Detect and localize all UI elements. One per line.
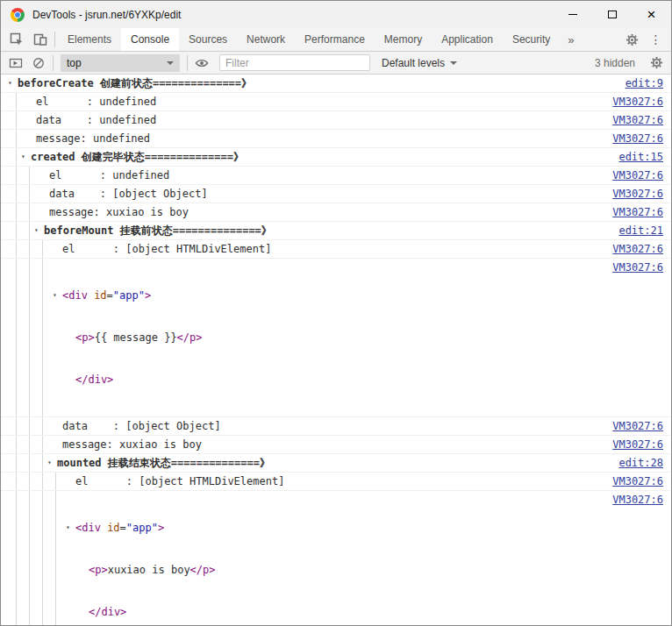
dom-tag: </div> <box>75 373 113 387</box>
tab-memory[interactable]: Memory <box>375 28 432 51</box>
disclosure-triangle-icon[interactable]: ▾ <box>53 288 62 302</box>
title-bar: DevTools - jsrun.net/6YXKp/edit × <box>1 1 671 28</box>
source-link[interactable]: edit:15 <box>608 150 671 164</box>
execution-context-selector[interactable]: top <box>61 54 180 72</box>
indent-guide <box>29 240 30 258</box>
minimize-button[interactable] <box>553 1 592 28</box>
source-link[interactable]: VM3027:6 <box>602 205 671 219</box>
source-link[interactable]: VM3027:6 <box>602 493 671 507</box>
indent-guide <box>42 259 43 416</box>
source-link[interactable]: edit:21 <box>608 224 671 238</box>
console-log-row: el : undefined VM3027:6 <box>1 93 671 111</box>
disclosure-triangle-icon[interactable]: ▾ <box>34 224 44 238</box>
indent-guide <box>42 473 43 490</box>
device-toolbar-button[interactable] <box>28 28 52 51</box>
source-link[interactable]: VM3027:6 <box>602 437 671 452</box>
source-link[interactable]: VM3027:6 <box>602 419 671 433</box>
group-title: mounted 挂载结束状态==============》 <box>57 456 270 470</box>
indent-guide <box>42 454 43 472</box>
maximize-button[interactable] <box>592 1 632 28</box>
log-levels-dropdown[interactable]: Default levels <box>376 57 462 69</box>
dom-tag[interactable]: <div <box>75 522 107 534</box>
dom-tag[interactable]: <p> <box>75 331 95 344</box>
indent-guide <box>29 436 30 453</box>
indent-guide <box>16 491 17 626</box>
chrome-logo-icon <box>11 8 25 22</box>
dom-tag[interactable]: <div <box>62 289 94 302</box>
source-link[interactable]: edit:9 <box>615 76 671 90</box>
tab-console[interactable]: Console <box>121 28 179 51</box>
console-sidebar-toggle-button[interactable] <box>4 52 27 74</box>
dom-tag[interactable]: <p> <box>89 564 108 576</box>
console-log-row: data : [object Object] VM3027:6 <box>1 185 671 203</box>
indent-guide <box>29 203 30 221</box>
console-group-row[interactable]: ▾ mounted 挂载结束状态==============》 edit:28 <box>1 454 671 473</box>
disclosure-triangle-icon[interactable]: ▾ <box>21 150 31 164</box>
tab-bar-right: ⋮ <box>620 28 671 51</box>
tab-security[interactable]: Security <box>503 28 560 51</box>
tab-application[interactable]: Application <box>432 28 503 51</box>
indent-guide <box>16 454 17 472</box>
clear-console-button[interactable] <box>27 52 50 74</box>
panel-tab-bar: Elements Console Sources Network Perform… <box>1 28 671 52</box>
devtools-settings-button[interactable] <box>620 33 644 46</box>
dom-equals: = <box>107 289 113 302</box>
tab-label: Application <box>441 33 493 46</box>
group-title: created 创建完毕状态==============》 <box>31 150 244 164</box>
tab-performance[interactable]: Performance <box>295 28 375 51</box>
console-log-row: el : undefined VM3027:6 <box>1 167 671 185</box>
dom-tag: </p> <box>177 331 203 344</box>
disclosure-triangle-icon[interactable]: ▾ <box>8 76 18 90</box>
dom-attribute-name: id <box>94 289 106 302</box>
tab-elements[interactable]: Elements <box>58 28 121 51</box>
source-link[interactable]: VM3027:6 <box>602 187 671 201</box>
tab-network[interactable]: Network <box>237 28 295 51</box>
tab-label: Security <box>512 33 550 46</box>
tab-label: Performance <box>304 33 365 46</box>
console-group-row[interactable]: ▾ beforeCreate 创建前状态==============》 edit… <box>1 75 671 93</box>
live-expression-button[interactable] <box>190 52 213 74</box>
main-menu-button[interactable]: ⋮ <box>644 32 668 46</box>
gear-icon <box>650 56 663 69</box>
console-group-row[interactable]: ▾ beforeMount 挂载前状态==============》 edit:… <box>1 222 671 240</box>
log-text: el : undefined <box>36 95 156 109</box>
source-link[interactable]: VM3027:6 <box>602 260 671 274</box>
indent-guide <box>42 417 43 435</box>
more-tabs-button[interactable]: » <box>560 28 582 51</box>
source-link[interactable]: VM3027:6 <box>602 132 671 146</box>
log-text: data : undefined <box>36 113 156 127</box>
source-link[interactable]: VM3027:6 <box>602 168 671 182</box>
filter-input[interactable] <box>219 54 370 71</box>
separator <box>54 32 55 47</box>
indent-guide <box>42 240 43 258</box>
console-group-row[interactable]: ▾ created 创建完毕状态==============》 edit:15 <box>1 148 671 167</box>
source-link[interactable]: VM3027:6 <box>602 474 671 488</box>
tab-label: Sources <box>189 33 227 46</box>
indent-guide <box>16 130 17 147</box>
indent-guide <box>16 436 17 453</box>
disclosure-triangle-icon[interactable]: ▾ <box>66 521 75 535</box>
dom-preview: ▾<div id="app"> <p>xuxiao is boy</p> </d… <box>66 493 216 626</box>
console-log-row: message: xuxiao is boy VM3027:6 <box>1 203 671 222</box>
source-link[interactable]: VM3027:6 <box>602 95 671 109</box>
log-text: el : undefined <box>49 168 169 182</box>
indent-guide <box>29 185 30 203</box>
indent-guide <box>16 93 17 110</box>
close-icon: × <box>647 7 656 22</box>
source-link[interactable]: VM3027:6 <box>602 113 671 127</box>
hidden-messages-count[interactable]: 3 hidden <box>595 57 645 69</box>
tab-sources[interactable]: Sources <box>179 28 237 51</box>
close-button[interactable]: × <box>632 1 671 28</box>
console-dom-row: ▾<div id="app"> <p>{{ message }}</p> </d… <box>1 259 671 417</box>
disclosure-triangle-icon[interactable]: ▾ <box>47 456 57 470</box>
source-link[interactable]: VM3027:6 <box>602 242 671 256</box>
tab-label: Network <box>247 33 285 46</box>
source-link[interactable]: edit:28 <box>608 456 671 470</box>
inspect-element-button[interactable] <box>4 28 28 51</box>
indent-guide <box>16 222 17 239</box>
minimize-icon <box>568 14 577 15</box>
console-settings-button[interactable] <box>645 52 668 74</box>
tab-label: Memory <box>384 33 422 46</box>
indent-guide <box>29 473 30 490</box>
console-messages: ▾ beforeCreate 创建前状态==============》 edit… <box>1 75 671 626</box>
